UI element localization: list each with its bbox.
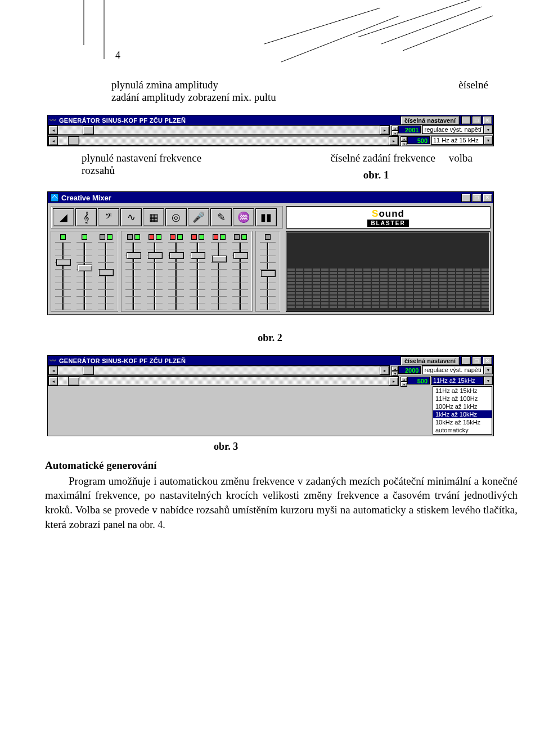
chevron-down-icon[interactable]: ▾ (484, 125, 493, 134)
label-amp-line2: zadání amplitudy zobrazení mix. pultu (111, 91, 488, 104)
channel-slider[interactable] (235, 242, 246, 310)
scroll-left-icon[interactable]: ◂ (48, 136, 58, 145)
maximize-button[interactable]: □ (472, 116, 482, 124)
indicator-led (100, 234, 105, 240)
page-number: 4 (115, 50, 120, 61)
label-volba: volba (449, 152, 472, 164)
bass-icon[interactable]: 𝄢 (98, 208, 119, 226)
scroll-left-icon[interactable]: ◂ (48, 126, 58, 135)
frequency-scroll[interactable]: ◂ ▸ (48, 136, 399, 146)
mixer-channel (96, 233, 116, 310)
svg-line-5 (381, 7, 482, 44)
dropdown-option[interactable]: 100Hz až 1kHz (433, 402, 492, 410)
dropdown-option[interactable]: 11Hz až 15kHz (433, 387, 492, 395)
mixer-channel (230, 233, 250, 310)
figure-1-caption: obr. 1 (330, 169, 422, 181)
paragraph-heading: Automatické generování (45, 458, 518, 473)
channel-slider[interactable] (57, 242, 69, 310)
mic2-icon[interactable]: ✎ (210, 208, 232, 226)
range-combo[interactable]: 11Hz až 15kHz ▾ (431, 376, 493, 385)
channel-slider[interactable] (149, 242, 160, 310)
indicator-led (234, 234, 240, 240)
settings-label: číselná nastavení (400, 356, 460, 365)
indicator-led (170, 234, 176, 240)
label-freq-cont: plynulé nastavení frekvence (82, 152, 201, 164)
chevron-down-icon[interactable]: ▾ (484, 365, 493, 374)
amplitude-spinner[interactable]: ▴▾ 2000 (392, 366, 421, 374)
svg-line-2 (264, 8, 380, 44)
generator-window-1: 〰️ GENERÁTOR SINUS-KOF PF ZČU PLZEŇ číse… (47, 115, 494, 146)
output-combo[interactable]: regulace výst. napětí ▾ (422, 125, 493, 134)
indicator-led (134, 234, 140, 240)
output-combo[interactable]: regulace výst. napětí ▾ (422, 365, 493, 374)
chevron-down-icon[interactable]: ▾ (484, 376, 493, 385)
dropdown-option[interactable]: 10kHz až 15kHz (433, 418, 492, 426)
channel-slider[interactable] (213, 242, 224, 310)
close-button[interactable]: × (483, 194, 492, 202)
midi-icon[interactable]: ▦ (143, 208, 164, 226)
bars-icon[interactable]: ▮▮ (255, 208, 277, 226)
mixer-title: Creative Mixer (61, 194, 461, 202)
dropdown-option[interactable]: automaticky (433, 426, 492, 434)
minimize-button[interactable]: _ (461, 194, 471, 202)
svg-line-6 (403, 16, 493, 51)
close-button[interactable]: × (483, 356, 492, 365)
channel-slider[interactable] (100, 242, 111, 310)
mid-labels: plynulé nastavení frekvence rozsahů číse… (82, 152, 506, 187)
amplitude-scroll[interactable]: ◂ ▸ (48, 365, 390, 375)
frequency-scroll[interactable]: ◂ ▸ (48, 376, 399, 386)
label-amp-change: plynulá zmìna amplitudy (111, 79, 218, 91)
chevron-down-icon[interactable]: ▾ (484, 136, 493, 145)
settings-label: číselná nastavení (400, 116, 460, 125)
equalizer-display (286, 231, 490, 312)
intro-labels: plynulá zmìna amplitudy èíselné zadání a… (111, 79, 488, 104)
indicator-led (82, 234, 87, 240)
indicator-led (199, 234, 204, 240)
indicator-led (60, 234, 66, 240)
figure-2-caption: obr. 2 (0, 332, 540, 344)
svg-line-4 (358, 0, 470, 37)
minimize-button[interactable]: _ (461, 116, 471, 124)
mic-icon[interactable]: 🎤 (188, 208, 209, 226)
indicator-led (107, 234, 112, 240)
maximize-button[interactable]: □ (472, 194, 482, 202)
minimize-button[interactable]: _ (461, 356, 471, 365)
channel-slider[interactable] (79, 242, 90, 310)
channel-slider[interactable] (192, 242, 203, 310)
close-button[interactable]: × (483, 116, 492, 124)
scroll-left-icon[interactable]: ◂ (48, 377, 58, 386)
channel-slider[interactable] (262, 242, 273, 310)
scroll-right-icon[interactable]: ▸ (389, 377, 398, 386)
channel-slider[interactable] (170, 242, 182, 310)
scroll-right-icon[interactable]: ▸ (389, 136, 398, 145)
treble-icon[interactable]: 𝄞 (75, 208, 97, 226)
label-rozsahu: rozsahů (82, 164, 201, 177)
indicator-led (213, 234, 218, 240)
channel-slider[interactable] (128, 242, 139, 310)
svg-rect-7 (51, 194, 58, 202)
frequency-spinner[interactable]: ▴▾ 500 (400, 136, 430, 144)
dropdown-option[interactable]: 11Hz až 100Hz (433, 395, 492, 402)
range-dropdown-list[interactable]: 11Hz až 15kHz11Hz až 100Hz100Hz až 1kHz1… (433, 386, 492, 435)
scroll-left-icon[interactable]: ◂ (48, 366, 58, 375)
svg-line-3 (281, 16, 399, 62)
cd-icon[interactable]: ◎ (165, 208, 187, 226)
indicator-led (127, 234, 133, 240)
mixer-channel (209, 233, 229, 310)
volume-icon[interactable]: ◢ (53, 208, 74, 226)
maximize-button[interactable]: □ (472, 356, 482, 365)
window-title: GENERÁTOR SINUS-KOF PF ZČU PLZEŇ (59, 117, 400, 124)
amplitude-scroll[interactable]: ◂ ▸ (48, 125, 390, 135)
amplitude-spinner[interactable]: ▴▾ 2001 (392, 126, 421, 133)
dropdown-option[interactable]: 1kHz až 10kHz (433, 410, 492, 418)
scroll-right-icon[interactable]: ▸ (380, 126, 389, 135)
indicator-led (177, 234, 183, 240)
mixer-channel (53, 233, 73, 310)
scroll-right-icon[interactable]: ▸ (380, 366, 389, 375)
label-ciselne: èíselné (458, 79, 488, 91)
range-combo[interactable]: 11 Hz až 15 kHz ▾ (431, 136, 493, 145)
lfe-icon[interactable]: ♒ (233, 208, 254, 226)
app-icon: 〰️ (49, 357, 57, 365)
frequency-spinner[interactable]: ▴▾ 500 (400, 377, 430, 384)
wave-icon[interactable]: ∿ (120, 208, 142, 226)
